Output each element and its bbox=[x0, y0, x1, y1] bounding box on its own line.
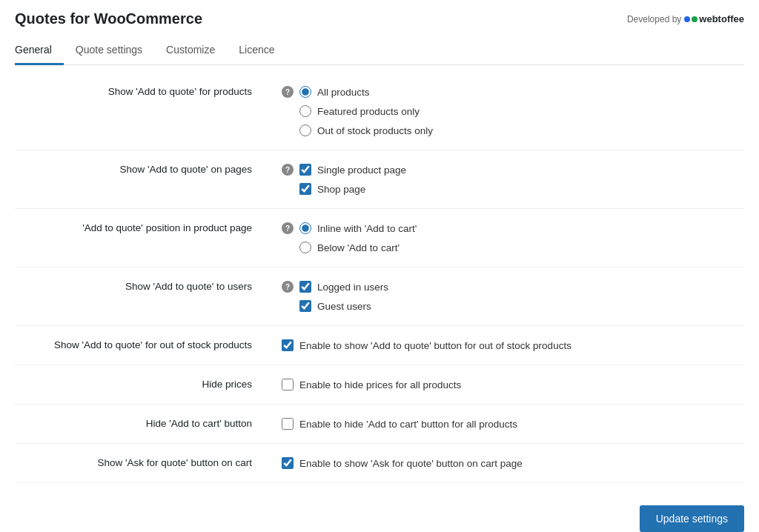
brand-name: webtoffee bbox=[699, 13, 744, 24]
setting-label: Show 'Add to quote' on pages bbox=[15, 150, 267, 209]
checkbox-hide-prices[interactable] bbox=[282, 379, 294, 390]
radio-inline-add-to-cart[interactable] bbox=[299, 222, 311, 234]
tab-bar: General Quote settings Customize Licence bbox=[15, 36, 744, 65]
checkbox-label: Shop page bbox=[317, 184, 365, 195]
list-item[interactable]: Below 'Add to cart' bbox=[299, 242, 417, 253]
table-row: Hide prices Enable to hide prices for al… bbox=[15, 365, 744, 405]
checkbox-hide-add-to-cart[interactable] bbox=[282, 418, 294, 430]
update-settings-button[interactable]: Update settings bbox=[640, 505, 744, 532]
brand-prefix: Developed by bbox=[627, 14, 681, 24]
control-header: ? Logged in users Guest users bbox=[282, 281, 744, 312]
list-item[interactable]: Single product page bbox=[299, 164, 406, 176]
table-row: Show 'Add to quote' for products ? All p… bbox=[15, 73, 744, 150]
radio-all-products[interactable] bbox=[299, 86, 311, 98]
table-row: Show 'Ask for quote' button on cart Enab… bbox=[15, 444, 744, 483]
checkbox-guest-users[interactable] bbox=[299, 300, 311, 312]
checkbox-label: Single product page bbox=[317, 164, 406, 176]
help-icon[interactable]: ? bbox=[282, 281, 294, 293]
checkbox-out-of-stock[interactable] bbox=[282, 339, 294, 351]
table-row: Hide 'Add to cart' button Enable to hide… bbox=[15, 405, 744, 444]
list-item[interactable]: Out of stock products only bbox=[299, 124, 433, 136]
setting-label: Show 'Ask for quote' button on cart bbox=[15, 444, 267, 483]
control-header: ? Inline with 'Add to cart' Below 'Add t… bbox=[282, 222, 744, 253]
table-row: Show 'Add to quote' for out of stock pro… bbox=[15, 326, 744, 365]
checkbox-logged-in-users[interactable] bbox=[299, 281, 311, 293]
tab-general[interactable]: General bbox=[15, 36, 64, 65]
checkbox-ask-for-quote-cart[interactable] bbox=[282, 457, 294, 469]
page-title: Quotes for WooCommerce bbox=[15, 10, 202, 27]
radio-label: Inline with 'Add to cart' bbox=[317, 223, 417, 234]
setting-label: Hide 'Add to cart' button bbox=[15, 405, 267, 444]
tab-quote-settings[interactable]: Quote settings bbox=[64, 36, 154, 65]
setting-label: Show 'Add to quote' for products bbox=[15, 73, 267, 150]
checkbox-label: Logged in users bbox=[317, 282, 388, 293]
radio-featured-products[interactable] bbox=[299, 105, 311, 117]
table-row: Show 'Add to quote' on pages ? Single pr… bbox=[15, 150, 744, 209]
checkbox-group-pages: Single product page Shop page bbox=[299, 164, 406, 195]
help-icon[interactable]: ? bbox=[282, 222, 294, 234]
radio-label: Out of stock products only bbox=[317, 125, 433, 136]
list-item[interactable]: Guest users bbox=[299, 300, 388, 312]
setting-label: Show 'Add to quote' to users bbox=[15, 267, 267, 326]
control-header: ? Single product page Shop page bbox=[282, 164, 744, 195]
radio-label: All products bbox=[317, 87, 370, 98]
checkbox-label: Guest users bbox=[317, 301, 371, 312]
list-item[interactable]: All products bbox=[299, 86, 433, 98]
setting-control: ? All products Featured products only bbox=[267, 73, 744, 150]
brand-dot-green-icon bbox=[692, 16, 697, 22]
brand-dot-blue-icon bbox=[684, 16, 690, 22]
setting-control: Enable to show 'Ask for quote' button on… bbox=[267, 444, 744, 483]
checkbox-label: Enable to show 'Ask for quote' button on… bbox=[299, 458, 523, 469]
setting-control: Enable to show 'Add to quote' button for… bbox=[267, 326, 744, 365]
radio-label: Featured products only bbox=[317, 106, 420, 117]
setting-control: Enable to hide 'Add to cart' button for … bbox=[267, 405, 744, 444]
table-row: 'Add to quote' position in product page … bbox=[15, 209, 744, 267]
setting-control: ? Single product page Shop page bbox=[267, 150, 744, 209]
radio-group-position: Inline with 'Add to cart' Below 'Add to … bbox=[299, 222, 417, 253]
list-item[interactable]: Shop page bbox=[299, 183, 406, 195]
tab-licence[interactable]: Licence bbox=[227, 36, 286, 65]
brand-logo: webtoffee bbox=[684, 13, 744, 24]
radio-group-products: All products Featured products only Out … bbox=[299, 86, 433, 136]
checkbox-label: Enable to hide prices for all products bbox=[299, 379, 461, 390]
brand-info: Developed by webtoffee bbox=[627, 13, 744, 24]
checkbox-shop-page[interactable] bbox=[299, 183, 311, 195]
help-icon[interactable]: ? bbox=[282, 86, 294, 98]
table-row: Show 'Add to quote' to users ? Logged in… bbox=[15, 267, 744, 326]
checkbox-label: Enable to hide 'Add to cart' button for … bbox=[299, 419, 517, 430]
setting-control: Enable to hide prices for all products bbox=[267, 365, 744, 405]
radio-label: Below 'Add to cart' bbox=[317, 242, 400, 253]
setting-control: ? Inline with 'Add to cart' Below 'Add t… bbox=[267, 209, 744, 267]
setting-control: ? Logged in users Guest users bbox=[267, 267, 744, 326]
control-header: ? All products Featured products only bbox=[282, 86, 744, 136]
list-item[interactable]: Enable to show 'Add to quote' button for… bbox=[282, 339, 744, 351]
radio-below-add-to-cart[interactable] bbox=[299, 242, 311, 253]
checkbox-group-users: Logged in users Guest users bbox=[299, 281, 388, 312]
setting-label: Hide prices bbox=[15, 365, 267, 405]
settings-table: Show 'Add to quote' for products ? All p… bbox=[15, 73, 744, 483]
list-item[interactable]: Inline with 'Add to cart' bbox=[299, 222, 417, 234]
checkbox-label: Enable to show 'Add to quote' button for… bbox=[299, 340, 571, 351]
footer-bar: Update settings bbox=[15, 491, 744, 532]
help-icon[interactable]: ? bbox=[282, 164, 294, 176]
list-item[interactable]: Enable to hide 'Add to cart' button for … bbox=[282, 418, 744, 430]
list-item[interactable]: Featured products only bbox=[299, 105, 433, 117]
radio-out-of-stock-products[interactable] bbox=[299, 124, 311, 136]
list-item[interactable]: Logged in users bbox=[299, 281, 388, 293]
checkbox-single-product-page[interactable] bbox=[299, 164, 311, 176]
setting-label: 'Add to quote' position in product page bbox=[15, 209, 267, 267]
list-item[interactable]: Enable to hide prices for all products bbox=[282, 379, 744, 390]
setting-label: Show 'Add to quote' for out of stock pro… bbox=[15, 326, 267, 365]
tab-customize[interactable]: Customize bbox=[154, 36, 227, 65]
list-item[interactable]: Enable to show 'Ask for quote' button on… bbox=[282, 457, 744, 469]
page-header: Quotes for WooCommerce Developed by webt… bbox=[15, 0, 744, 27]
